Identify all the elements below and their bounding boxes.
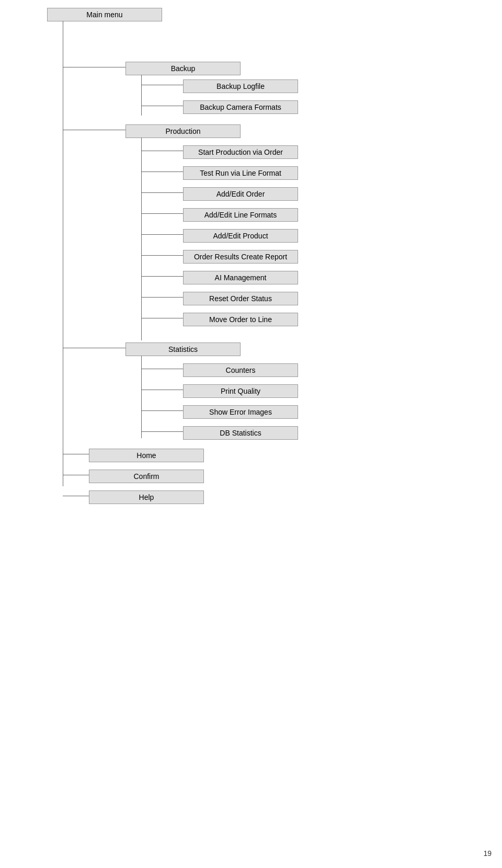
help-item[interactable]: Help bbox=[89, 490, 204, 504]
db-statistics-item[interactable]: DB Statistics bbox=[183, 426, 298, 440]
add-edit-line-formats-item[interactable]: Add/Edit Line Formats bbox=[183, 208, 298, 222]
start-production-item[interactable]: Start Production via Order bbox=[183, 145, 298, 159]
page-number: 19 bbox=[483, 849, 492, 858]
ai-management-item[interactable]: AI Management bbox=[183, 271, 298, 284]
test-run-item[interactable]: Test Run via Line Format bbox=[183, 166, 298, 180]
production-item[interactable]: Production bbox=[126, 124, 241, 138]
reset-order-status-item[interactable]: Reset Order Status bbox=[183, 292, 298, 305]
backup-logfile-item[interactable]: Backup Logfile bbox=[183, 79, 298, 93]
counters-item[interactable]: Counters bbox=[183, 363, 298, 377]
print-quality-item[interactable]: Print Quality bbox=[183, 384, 298, 398]
backup-item[interactable]: Backup bbox=[126, 62, 241, 75]
add-edit-order-item[interactable]: Add/Edit Order bbox=[183, 187, 298, 201]
order-results-item[interactable]: Order Results Create Report bbox=[183, 250, 298, 264]
move-order-to-line-item[interactable]: Move Order to Line bbox=[183, 313, 298, 326]
home-item[interactable]: Home bbox=[89, 449, 204, 462]
confirm-item[interactable]: Confirm bbox=[89, 470, 204, 483]
main-menu-item[interactable]: Main menu bbox=[47, 8, 162, 21]
backup-camera-formats-item[interactable]: Backup Camera Formats bbox=[183, 100, 298, 114]
add-edit-product-item[interactable]: Add/Edit Product bbox=[183, 229, 298, 243]
show-error-images-item[interactable]: Show Error Images bbox=[183, 405, 298, 419]
statistics-item[interactable]: Statistics bbox=[126, 342, 241, 356]
